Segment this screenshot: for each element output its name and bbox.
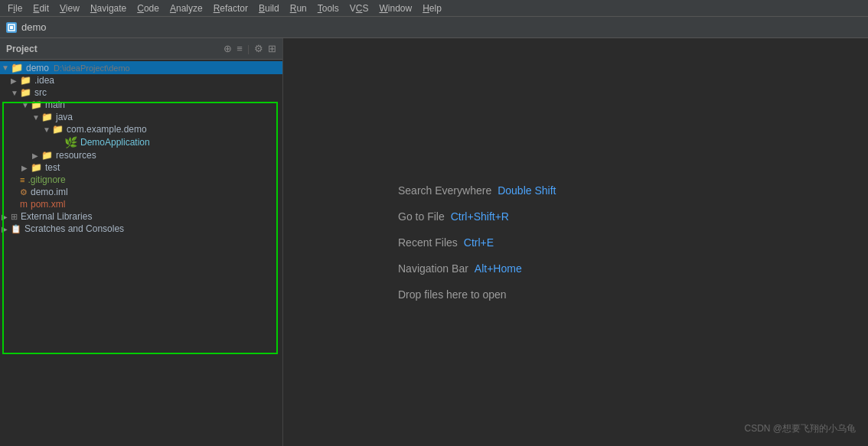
shortcut-navigation-bar: Navigation Bar Alt+Home [398, 262, 522, 275]
demo-path: D:\ideaProject\demo [54, 63, 130, 73]
arrow-main [21, 101, 31, 109]
folder-icon-package: 📁 [52, 124, 64, 135]
menu-analyze[interactable]: Analyze [165, 2, 207, 15]
external-icon: ⊞ [11, 212, 18, 222]
tree-item-main[interactable]: 📁 main [0, 99, 282, 111]
collapse-icon[interactable]: ≡ [237, 43, 243, 54]
menu-vcs[interactable]: VCS [345, 2, 374, 15]
tree-item-external[interactable]: ⊞ External Libraries [0, 210, 282, 223]
tree-item-pomxml[interactable]: m pom.xml [0, 198, 282, 210]
watermark: CSDN @想要飞翔的小乌龟 [744, 422, 856, 435]
svg-rect-1 [10, 26, 13, 29]
folder-icon-resources: 📁 [41, 150, 53, 161]
tree-item-idea[interactable]: 📁 .idea [0, 74, 282, 86]
menu-tools[interactable]: Tools [313, 2, 344, 15]
folder-icon-java: 📁 [41, 112, 53, 122]
shortcut-recent-label: Recent Files [398, 236, 458, 249]
arrow-external [2, 213, 11, 221]
shortcut-recent-key: Ctrl+E [464, 236, 494, 249]
menu-run[interactable]: Run [286, 2, 312, 15]
tree-item-resources[interactable]: 📁 resources [0, 149, 282, 161]
settings-icon[interactable]: ⚙ [254, 43, 263, 54]
label-pomxml: pom.xml [31, 199, 65, 210]
menu-view[interactable]: View [55, 2, 84, 15]
label-java: java [56, 112, 73, 122]
folder-icon-src: 📁 [20, 87, 31, 98]
tree-item-demo-root[interactable]: 📁 demo D:\ideaProject\demo [0, 61, 282, 74]
folder-icon-demo: 📁 [11, 62, 23, 73]
menu-bar: File Edit View Navigate Code Analyze Ref… [0, 0, 868, 17]
arrow-scratches [2, 225, 11, 233]
tree-item-package[interactable]: 📁 com.example.demo [0, 123, 282, 135]
tree-item-demoapplication[interactable]: 🌿 DemoApplication [0, 135, 282, 149]
label-resources: resources [56, 150, 96, 161]
label-package: com.example.demo [67, 124, 147, 135]
menu-navigate[interactable]: Navigate [86, 2, 131, 15]
folder-icon-main: 📁 [31, 99, 42, 110]
menu-code[interactable]: Code [132, 2, 164, 15]
label-idea: .idea [34, 75, 54, 86]
iml-icon: ⚙ [20, 187, 28, 197]
shortcut-drop-label: Drop files here to open [398, 288, 507, 301]
label-demoixml: demo.iml [31, 187, 68, 197]
arrow-resources [32, 151, 41, 160]
sidebar: Project ⊕ ≡ | ⚙ ⊞ 📁 demo D:\ideaProject\… [0, 38, 283, 446]
springboot-icon: 🌿 [64, 136, 77, 148]
shortcut-nav-key: Alt+Home [475, 262, 522, 275]
locate-icon[interactable]: ⊕ [224, 43, 232, 54]
title-bar: demo [0, 17, 868, 38]
menu-file[interactable]: File [3, 2, 27, 15]
arrow-idea [11, 77, 20, 85]
layout-icon[interactable]: ⊞ [268, 43, 276, 54]
shortcut-nav-label: Navigation Bar [398, 262, 468, 275]
content-area: Search Everywhere Double Shift Go to Fil… [283, 38, 868, 446]
shortcut-drop-files: Drop files here to open [398, 288, 507, 301]
gitignore-icon: ≡ [20, 175, 24, 184]
arrow-test [21, 164, 31, 172]
menu-refactor[interactable]: Refactor [209, 2, 253, 15]
label-src: src [34, 87, 47, 98]
shortcut-search-key: Double Shift [498, 184, 556, 197]
shortcut-goto-key: Ctrl+Shift+R [451, 210, 509, 223]
main-layout: Project ⊕ ≡ | ⚙ ⊞ 📁 demo D:\ideaProject\… [0, 38, 868, 446]
menu-window[interactable]: Window [374, 2, 416, 15]
tree-item-demoixml[interactable]: ⚙ demo.iml [0, 186, 282, 198]
label-gitignore: .gitignore [28, 174, 65, 185]
label-test: test [45, 162, 60, 173]
maven-icon: m [20, 199, 28, 210]
arrow-java [32, 113, 41, 122]
shortcut-goto-label: Go to File [398, 210, 445, 223]
label-demo: demo [26, 63, 49, 73]
tree-item-java[interactable]: 📁 java [0, 111, 282, 123]
tree-item-gitignore[interactable]: ≡ .gitignore [0, 174, 282, 186]
tree-item-test[interactable]: 📁 test [0, 161, 282, 174]
arrow-src [11, 89, 20, 97]
project-icon [6, 22, 17, 33]
label-scratches: Scratches and Consoles [24, 223, 124, 234]
panel-title: Project [6, 44, 38, 54]
tree-item-scratches[interactable]: 📋 Scratches and Consoles [0, 223, 282, 235]
panel-header: Project ⊕ ≡ | ⚙ ⊞ [0, 38, 282, 60]
title-project-name: demo [21, 21, 47, 33]
menu-edit[interactable]: Edit [28, 2, 54, 15]
folder-icon-test: 📁 [31, 162, 42, 173]
menu-build[interactable]: Build [254, 2, 284, 15]
shortcut-recent-files: Recent Files Ctrl+E [398, 236, 494, 249]
label-external: External Libraries [21, 211, 92, 222]
menu-help[interactable]: Help [418, 2, 446, 15]
scratches-icon: 📋 [11, 224, 21, 234]
label-demoapplication: DemoApplication [80, 137, 150, 148]
folder-icon-idea: 📁 [20, 75, 31, 86]
project-tree: 📁 demo D:\ideaProject\demo 📁 .idea 📁 src… [0, 60, 282, 446]
arrow-package [43, 125, 52, 134]
arrow-demo [2, 63, 11, 72]
shortcut-search-everywhere: Search Everywhere Double Shift [398, 184, 556, 197]
shortcut-search-label: Search Everywhere [398, 184, 491, 197]
tree-item-src[interactable]: 📁 src [0, 86, 282, 99]
label-main: main [45, 99, 65, 110]
shortcut-goto-file: Go to File Ctrl+Shift+R [398, 210, 509, 223]
